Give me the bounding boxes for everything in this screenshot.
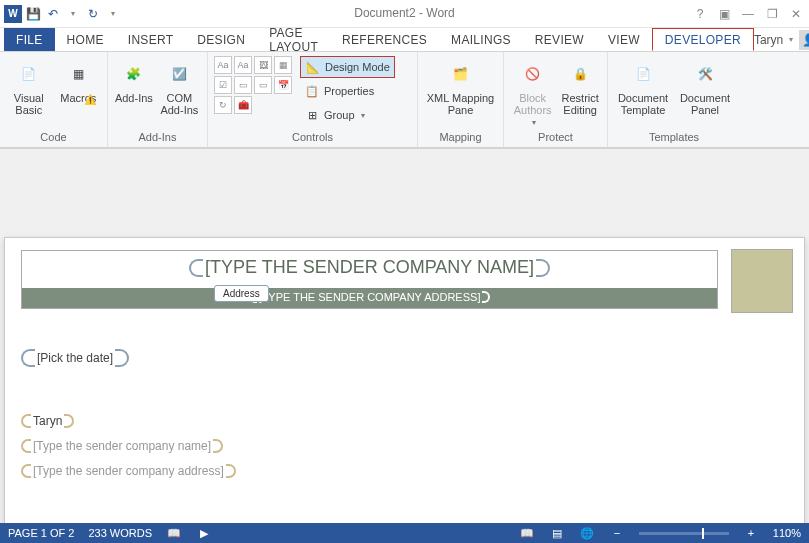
restrict-editing-button[interactable]: 🔒 Restrict Editing	[559, 56, 601, 116]
date-control[interactable]: [Pick the date]	[21, 349, 788, 370]
tab-view[interactable]: VIEW	[596, 28, 652, 51]
warning-icon: ⚠️	[84, 94, 96, 105]
ribbon-options-icon[interactable]: ▣	[715, 5, 733, 23]
tab-design[interactable]: DESIGN	[185, 28, 257, 51]
logo-placeholder[interactable]	[731, 249, 793, 313]
document-panel-button[interactable]: 🛠️ Document Panel	[676, 56, 734, 116]
group-code-label: Code	[0, 131, 107, 147]
block-authors-label: Block Authors	[510, 92, 555, 116]
restrict-editing-label: Restrict Editing	[559, 92, 601, 116]
addins-button[interactable]: 🧩 Add-Ins	[114, 56, 154, 104]
macros-button[interactable]: ▦ Macros ⚠️	[56, 56, 102, 106]
addins-icon: 🧩	[118, 58, 150, 90]
document-panel-label: Document Panel	[676, 92, 734, 116]
group-icon: ⊞	[304, 107, 320, 123]
close-icon[interactable]: ✕	[787, 5, 805, 23]
save-icon[interactable]: 💾	[24, 5, 42, 23]
repeating-control-icon[interactable]: ↻	[214, 96, 232, 114]
undo-icon[interactable]: ↶	[44, 5, 62, 23]
combobox-control-icon[interactable]: ▭	[234, 76, 252, 94]
com-addins-button[interactable]: ☑️ COM Add-Ins	[158, 56, 201, 116]
zoom-slider[interactable]	[639, 532, 729, 535]
print-layout-icon[interactable]: ▤	[549, 525, 565, 541]
sender-name-control[interactable]: Taryn	[21, 414, 788, 431]
minimize-icon[interactable]: —	[739, 5, 757, 23]
dropdown-control-icon[interactable]: ▭	[254, 76, 272, 94]
design-mode-button[interactable]: 📐 Design Mode	[300, 56, 395, 78]
group-button[interactable]: ⊞ Group	[300, 104, 395, 126]
block-authors-button[interactable]: 🚫 Block Authors	[510, 56, 555, 127]
properties-label: Properties	[324, 85, 374, 97]
company-name-text: [TYPE THE SENDER COMPANY NAME]	[203, 257, 536, 278]
address-tag: Address	[214, 285, 269, 302]
document-area[interactable]: [TYPE THE SENDER COMPANY NAME] Address […	[0, 148, 809, 523]
group-btn-label: Group	[324, 109, 355, 121]
title-bar: W 💾 ↶ ▾ ↻ ▾ Document2 - Word ? ▣ — ❐ ✕	[0, 0, 809, 28]
sender-company-text: [Type the sender company name]	[31, 439, 213, 453]
zoom-out-button[interactable]: −	[609, 525, 625, 541]
group-code: 📄 Visual Basic ▦ Macros ⚠️ Code	[0, 52, 108, 147]
design-mode-label: Design Mode	[325, 61, 390, 73]
tab-mailings[interactable]: MAILINGS	[439, 28, 523, 51]
tab-home[interactable]: HOME	[55, 28, 116, 51]
properties-icon: 📋	[304, 83, 320, 99]
group-addins: 🧩 Add-Ins ☑️ COM Add-Ins Add-Ins	[108, 52, 208, 147]
checkbox-control-icon[interactable]: ☑	[214, 76, 232, 94]
com-addins-icon: ☑️	[163, 58, 195, 90]
addins-label: Add-Ins	[115, 92, 153, 104]
read-mode-icon[interactable]: 📖	[519, 525, 535, 541]
group-controls-label: Controls	[208, 131, 417, 147]
word-icon[interactable]: W	[4, 5, 22, 23]
tab-developer[interactable]: DEVELOPER	[652, 28, 754, 51]
tab-review[interactable]: REVIEW	[523, 28, 596, 51]
plain-text-control-icon[interactable]: Aa	[234, 56, 252, 74]
undo-dropdown-icon[interactable]: ▾	[64, 5, 82, 23]
date-text: [Pick the date]	[35, 351, 115, 365]
redo-icon[interactable]: ↻	[84, 5, 102, 23]
word-count[interactable]: 233 WORDS	[88, 527, 152, 539]
document-template-icon: 📄	[627, 58, 659, 90]
page-indicator[interactable]: PAGE 1 OF 2	[8, 527, 74, 539]
zoom-level[interactable]: 110%	[773, 527, 801, 539]
qat-dropdown-icon[interactable]: ▾	[104, 5, 122, 23]
tab-insert[interactable]: INSERT	[116, 28, 186, 51]
visual-basic-button[interactable]: 📄 Visual Basic	[6, 56, 52, 116]
proofing-icon[interactable]: 📖	[166, 525, 182, 541]
restore-icon[interactable]: ❐	[763, 5, 781, 23]
company-address-row[interactable]: Address [TYPE THE SENDER COMPANY ADDRESS…	[22, 288, 717, 308]
quick-access-toolbar: W 💾 ↶ ▾ ↻ ▾	[0, 5, 122, 23]
xml-mapping-button[interactable]: 🗂️ XML Mapping Pane	[424, 56, 497, 116]
sender-address-control[interactable]: [Type the sender company address]	[21, 464, 788, 481]
help-icon[interactable]: ?	[691, 5, 709, 23]
zoom-in-button[interactable]: +	[743, 525, 759, 541]
rich-text-control-icon[interactable]: Aa	[214, 56, 232, 74]
restrict-editing-icon: 🔒	[564, 58, 596, 90]
web-layout-icon[interactable]: 🌐	[579, 525, 595, 541]
status-bar: PAGE 1 OF 2 233 WORDS 📖 ▶ 📖 ▤ 🌐 − + 110%	[0, 523, 809, 543]
letterhead: [TYPE THE SENDER COMPANY NAME] Address […	[21, 250, 718, 309]
company-name-control[interactable]: [TYPE THE SENDER COMPANY NAME]	[22, 251, 717, 288]
group-controls: Aa Aa 🖼 ▦ ☑ ▭ ▭ 📅 ↻ 🧰 📐 Design Mode 📋 Pr…	[208, 52, 418, 147]
picture-control-icon[interactable]: 🖼	[254, 56, 272, 74]
properties-button[interactable]: 📋 Properties	[300, 80, 395, 102]
sender-address-text: [Type the sender company address]	[31, 464, 226, 478]
tab-file[interactable]: FILE	[4, 28, 55, 51]
avatar-icon[interactable]: 👤	[799, 30, 809, 50]
document-template-button[interactable]: 📄 Document Template	[614, 56, 672, 116]
group-templates-label: Templates	[608, 131, 740, 147]
macro-record-icon[interactable]: ▶	[196, 525, 212, 541]
ribbon: 📄 Visual Basic ▦ Macros ⚠️ Code 🧩 Add-In…	[0, 52, 809, 148]
xml-mapping-label: XML Mapping Pane	[424, 92, 497, 116]
document-template-label: Document Template	[614, 92, 672, 116]
sender-name-text: Taryn	[31, 414, 64, 428]
user-dropdown-icon[interactable]: ▾	[789, 35, 793, 44]
tab-references[interactable]: REFERENCES	[330, 28, 439, 51]
user-name[interactable]: Taryn	[754, 33, 783, 47]
building-block-control-icon[interactable]: ▦	[274, 56, 292, 74]
datepicker-control-icon[interactable]: 📅	[274, 76, 292, 94]
legacy-tools-icon[interactable]: 🧰	[234, 96, 252, 114]
block-authors-icon: 🚫	[517, 58, 549, 90]
tab-page-layout[interactable]: PAGE LAYOUT	[257, 28, 330, 51]
page: [TYPE THE SENDER COMPANY NAME] Address […	[4, 237, 805, 523]
sender-company-control[interactable]: [Type the sender company name]	[21, 439, 788, 456]
